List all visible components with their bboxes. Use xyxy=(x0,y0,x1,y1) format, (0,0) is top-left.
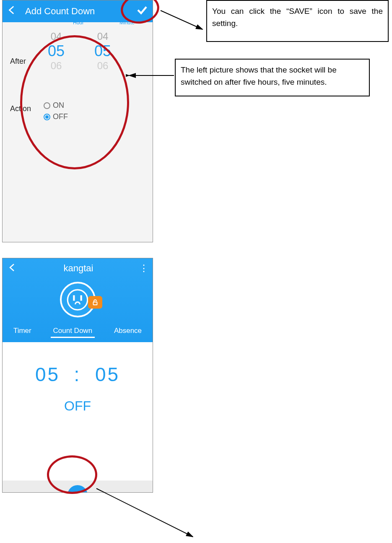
callout-socket: The left picture shows that the socket w… xyxy=(175,59,370,96)
trash-icon xyxy=(73,491,82,493)
countdown-display: 05 : 05 OFF xyxy=(3,342,153,481)
device-title: kangtai xyxy=(18,263,139,274)
tab-absence[interactable]: Absence xyxy=(112,325,144,338)
top-area: kangtai ⋮ Timer Count Down Absence xyxy=(3,258,153,342)
hour-selected: 05 xyxy=(39,42,73,60)
minute-unit: Minute xyxy=(119,20,135,26)
countdown-time: 05 : 05 xyxy=(3,342,153,386)
svg-rect-2 xyxy=(80,295,82,301)
action-row: Action ON OFF xyxy=(3,84,153,121)
hour-unit: Hour xyxy=(73,20,84,26)
minute-selected: 05 xyxy=(86,42,119,60)
save-check-icon[interactable] xyxy=(136,4,148,19)
radio-off[interactable]: OFF xyxy=(44,112,68,121)
app-header: Add Count Down xyxy=(3,0,153,22)
radio-off-label: OFF xyxy=(53,112,68,121)
svg-point-0 xyxy=(67,290,88,310)
minute-above: 04 xyxy=(86,31,119,42)
tab-timer[interactable]: Timer xyxy=(11,325,34,338)
phone-screenshot-countdown-view: kangtai ⋮ Timer Count Down Absence 05 : … xyxy=(2,258,153,493)
socket-device-icon[interactable] xyxy=(60,282,96,317)
radio-icon xyxy=(44,102,50,109)
unlock-badge-icon[interactable] xyxy=(88,296,102,309)
tab-countdown[interactable]: Count Down xyxy=(51,325,95,338)
arrow-to-callout2b xyxy=(126,67,178,80)
more-menu-icon[interactable]: ⋮ xyxy=(139,263,148,274)
back-arrow-icon[interactable] xyxy=(7,5,18,18)
app-header: kangtai ⋮ xyxy=(3,258,153,278)
hour-below: 06 xyxy=(39,60,73,72)
plug-icon xyxy=(66,288,89,311)
time-pickers[interactable]: 04 05 06 Hour 04 05 06 Minute xyxy=(39,31,135,72)
delete-button[interactable] xyxy=(67,485,88,493)
cd-min: 05 xyxy=(95,364,120,385)
minute-picker[interactable]: 04 05 06 xyxy=(86,31,119,72)
minute-below: 06 xyxy=(86,60,119,72)
radio-on-label: ON xyxy=(53,101,64,110)
hour-above: 04 xyxy=(39,31,73,42)
arrow-from-delete xyxy=(92,486,201,541)
after-label: After xyxy=(10,57,39,66)
back-arrow-icon[interactable] xyxy=(8,262,18,275)
tab-bar: Timer Count Down Absence xyxy=(3,322,153,342)
svg-line-10 xyxy=(96,488,193,537)
arrow-to-callout1 xyxy=(158,8,209,38)
svg-line-4 xyxy=(161,10,202,29)
countdown-form: After 04 05 06 Hour 04 05 06 M xyxy=(3,22,153,242)
cd-sep: : xyxy=(74,364,81,385)
phone-screenshot-add-countdown: Add Count Down After 04 05 06 Hour 04 xyxy=(2,0,153,242)
page-title: Add Count Down xyxy=(25,6,136,17)
action-label: Action xyxy=(10,104,44,113)
radio-on[interactable]: ON xyxy=(44,101,68,110)
svg-rect-1 xyxy=(73,295,75,301)
cd-hour: 05 xyxy=(35,364,60,385)
svg-rect-3 xyxy=(93,302,97,305)
callout-save: You can click the “SAVE” icon to save th… xyxy=(206,0,389,42)
radio-icon xyxy=(44,114,50,120)
hour-picker[interactable]: 04 05 06 xyxy=(39,31,73,72)
action-radio-group: ON OFF xyxy=(44,101,68,121)
countdown-state: OFF xyxy=(3,398,153,414)
